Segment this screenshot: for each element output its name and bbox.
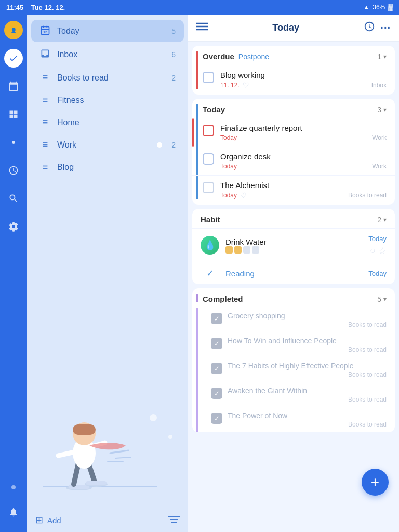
fab-add-button[interactable]: + xyxy=(362,469,389,496)
status-date: Tue 12. 12. xyxy=(31,4,65,11)
task-date-blog-working: 11. 12. xyxy=(220,82,240,89)
task-alchemist: The Alchemist Today ♡ Books to read xyxy=(192,175,395,205)
task-content-blog-working: Blog working 11. 12. ♡ Inbox xyxy=(220,71,387,89)
inbox-label: Inbox xyxy=(57,50,165,59)
menu-button[interactable] xyxy=(196,22,208,34)
completed-checkbox-awaken[interactable]: ✓ xyxy=(211,388,222,399)
task-date-organize: Today xyxy=(220,163,237,170)
task-checkbox-alchemist[interactable] xyxy=(203,182,214,193)
main-content: Today ··· Overdue Postpone xyxy=(188,15,399,532)
task-content-alchemist: The Alchemist Today ♡ Books to read xyxy=(220,181,387,200)
add-item-button[interactable]: ⊞ Add xyxy=(35,514,61,526)
sidebar-item-home[interactable]: ≡ Home xyxy=(31,112,184,133)
task-heart-alchemist[interactable]: ♡ xyxy=(240,191,247,200)
sidebar-item-today[interactable]: 12 Today 5 xyxy=(31,20,184,42)
sidebar-item-blog[interactable]: ≡ Blog xyxy=(31,156,184,178)
more-button[interactable]: ··· xyxy=(380,22,391,34)
task-meta-finalize: Today Work xyxy=(220,134,387,141)
completed-content-pow: The Power of Now Books to read xyxy=(228,411,387,428)
work-label: Work xyxy=(57,140,165,150)
habit-star-icon[interactable]: ☆ xyxy=(378,245,387,257)
task-name-blog-working: Blog working xyxy=(220,71,387,79)
sidebar-footer: ⊞ Add xyxy=(27,508,188,532)
habit-reading-date: Today xyxy=(368,270,387,277)
books-count: 2 xyxy=(171,74,176,82)
task-checkbox-finalize[interactable] xyxy=(203,125,214,136)
work-notification-dot xyxy=(157,142,162,148)
habit-reading-name: Reading xyxy=(225,269,362,278)
task-checkbox-organize[interactable] xyxy=(203,153,214,165)
overdue-section: Overdue Postpone 1 ▾ Blog working 11. 12… xyxy=(192,46,395,95)
completed-source-htw: Books to read xyxy=(228,346,387,353)
completed-checkbox-7h[interactable]: ✓ xyxy=(211,363,222,374)
task-meta-alchemist: Today ♡ Books to read xyxy=(220,191,387,200)
streak-box-3 xyxy=(243,246,250,254)
task-date-alchemist: Today xyxy=(220,192,237,199)
habit-chevron[interactable]: ▾ xyxy=(383,216,387,223)
completed-chevron[interactable]: ▾ xyxy=(383,296,387,303)
main-scroll[interactable]: Overdue Postpone 1 ▾ Blog working 11. 12… xyxy=(188,42,399,532)
fitness-icon: ≡ xyxy=(39,95,51,105)
completed-task-7habits: ✓ The 7 Habits of Highly Effective Peopl… xyxy=(203,357,395,382)
task-checkbox-blog-working[interactable] xyxy=(203,72,214,83)
overdue-title: Overdue xyxy=(203,52,234,61)
bullet-icon[interactable]: • xyxy=(4,133,23,152)
postpone-button[interactable]: Postpone xyxy=(238,52,269,61)
habit-section-header: Habit 2 ▾ xyxy=(192,209,395,228)
checklist-icon[interactable] xyxy=(4,49,23,68)
habit-water-streaks xyxy=(225,246,362,254)
habit-empty-circle-1[interactable]: ○ xyxy=(370,245,376,257)
habit-water-content: Drink Water xyxy=(225,237,362,254)
habit-section: Habit 2 ▾ 💧 Drink Water xyxy=(192,209,395,284)
habit-count: 2 ▾ xyxy=(377,216,387,224)
completed-source-grocery: Books to read xyxy=(228,321,387,328)
completed-task-grocery: ✓ Grocery shopping Books to read xyxy=(203,308,395,332)
svg-rect-16 xyxy=(73,424,96,435)
today-section-header: Today 3 ▾ xyxy=(192,99,395,118)
sidebar-illustration xyxy=(27,404,188,508)
completed-checkbox-htw[interactable]: ✓ xyxy=(211,338,222,349)
completed-checkbox-grocery[interactable]: ✓ xyxy=(211,313,222,324)
blog-label: Blog xyxy=(57,163,176,172)
filter-button[interactable] xyxy=(168,515,180,525)
sidebar-item-books[interactable]: ≡ Books to read 2 xyxy=(31,67,184,88)
skater-illustration xyxy=(43,404,157,497)
habit-drink-water: 💧 Drink Water Today xyxy=(192,228,395,262)
overdue-chevron[interactable]: ▾ xyxy=(383,53,387,60)
sidebar-item-work[interactable]: ≡ Work 2 xyxy=(31,134,184,155)
completed-source-7h: Books to read xyxy=(228,371,387,378)
calendar-rail-icon[interactable] xyxy=(4,77,23,96)
wifi-icon: ▲ xyxy=(363,4,369,11)
grid-rail-icon[interactable] xyxy=(4,105,23,124)
task-content-finalize: Finalize quarterly report Today Work xyxy=(220,124,387,141)
timer-button[interactable] xyxy=(364,21,375,35)
today-chevron[interactable]: ▾ xyxy=(383,106,387,113)
completed-checkbox-pow[interactable]: ✓ xyxy=(211,413,222,424)
clock-rail-icon[interactable] xyxy=(4,161,23,180)
completed-content-htw: How To Win and Influence People Books to… xyxy=(228,337,387,353)
page-title: Today xyxy=(214,22,357,33)
bell-icon[interactable] xyxy=(4,503,23,522)
habit-water-date: Today xyxy=(368,235,387,243)
task-finalize-report: Finalize quarterly report Today Work xyxy=(192,118,395,147)
sidebar-item-fitness[interactable]: ≡ Fitness xyxy=(31,89,184,111)
avatar-icon[interactable]: 👤 xyxy=(4,21,23,39)
settings-rail-icon[interactable] xyxy=(4,217,23,236)
icon-rail: 👤 • xyxy=(0,15,27,532)
sidebar-item-inbox[interactable]: Inbox 6 xyxy=(31,43,184,66)
sidebar: 12 Today 5 Inbox 6 ≡ Books to read 2 ≡ F… xyxy=(27,15,188,532)
habit-water-icon: 💧 xyxy=(201,236,219,255)
task-source-blog-working: Inbox xyxy=(371,82,387,89)
search-rail-icon[interactable] xyxy=(4,189,23,208)
habit-water-name: Drink Water xyxy=(225,237,362,246)
habit-reading: ✓ Reading Today xyxy=(192,262,395,284)
completed-left-line xyxy=(196,308,198,432)
svg-line-18 xyxy=(115,457,131,458)
completed-task-awaken: ✓ Awaken the Giant Within Books to read xyxy=(203,382,395,407)
completed-title: Completed xyxy=(203,295,243,303)
work-count: 2 xyxy=(171,141,176,149)
task-name-finalize: Finalize quarterly report xyxy=(220,124,387,132)
task-heart-blog-working[interactable]: ♡ xyxy=(243,81,249,89)
header-actions: ··· xyxy=(364,21,391,35)
task-date-finalize: Today xyxy=(220,134,237,141)
